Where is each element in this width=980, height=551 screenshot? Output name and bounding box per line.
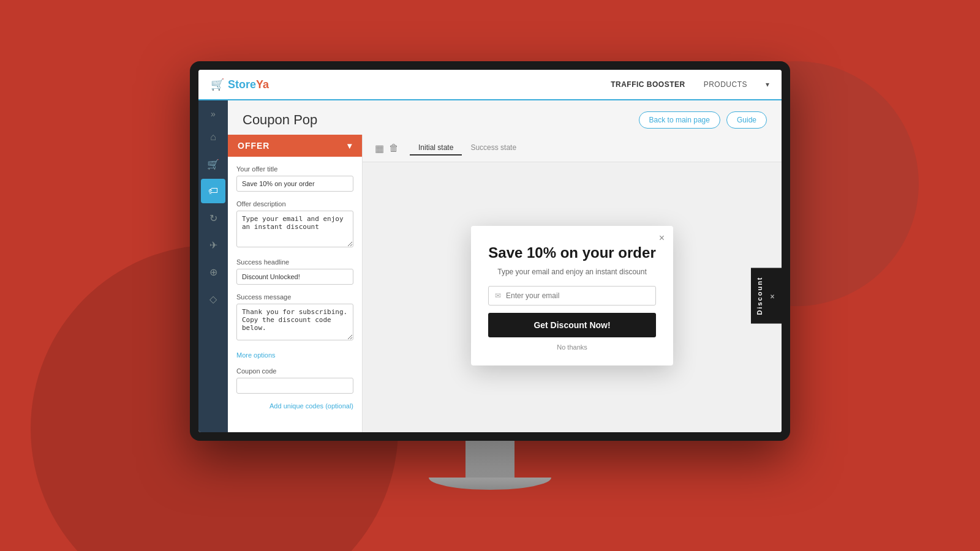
nav-links: TRAFFIC BOOSTER PRODUCTS ▾: [611, 80, 769, 89]
popup-title: Save 10% on your order: [488, 244, 656, 262]
offer-header[interactable]: OFFER ▾: [228, 135, 362, 157]
app-header: 🛒 StoreYa TRAFFIC BOOSTER PRODUCTS ▾: [198, 70, 782, 100]
logo-area: 🛒 StoreYa: [211, 78, 269, 91]
coupon-code-group: Coupon code: [236, 367, 353, 394]
left-panel: OFFER ▾ Your offer title Offer descripti…: [228, 135, 363, 432]
sidebar-item-cart[interactable]: 🛒: [201, 152, 225, 176]
monitor-wrapper: 🛒 StoreYa TRAFFIC BOOSTER PRODUCTS ▾ » ⌂: [190, 61, 790, 490]
offer-body: Your offer title Offer description Type …: [228, 157, 362, 418]
products-nav[interactable]: PRODUCTS: [704, 80, 747, 89]
success-message-label: Success message: [236, 293, 353, 301]
preview-tabs: Initial state Success state: [410, 141, 525, 156]
success-message-input[interactable]: Thank you for subscribing. Copy the disc…: [236, 304, 353, 340]
offer-desc-group: Offer description Type your email and en…: [236, 200, 353, 250]
sidebar-item-diamond[interactable]: ◇: [201, 287, 225, 311]
offer-title-group: Your offer title: [236, 165, 353, 192]
popup-email-wrapper: ✉: [488, 286, 656, 305]
preview-toolbar: ▦ 🗑 Initial state Success state: [363, 135, 782, 162]
sidebar-item-tag[interactable]: 🏷: [201, 179, 225, 203]
page-header: Coupon Pop Back to main page Guide: [228, 100, 782, 135]
success-message-group: Success message Thank you for subscribin…: [236, 293, 353, 343]
discount-tab[interactable]: × Discount: [751, 268, 782, 323]
discount-x-icon: ×: [768, 291, 777, 301]
sidebar-item-home[interactable]: ⌂: [201, 125, 225, 149]
sidebar-toggle[interactable]: »: [207, 105, 219, 122]
tab-success-state[interactable]: Success state: [462, 141, 525, 156]
page-title: Coupon Pop: [243, 112, 317, 128]
sidebar: » ⌂ 🛒 🏷 ↻ ✈ ⊕ ◇: [198, 100, 228, 432]
success-headline-input[interactable]: [236, 269, 353, 285]
monitor-stand-base: [429, 478, 551, 490]
popup-description: Type your email and enjoy an instant dis…: [488, 268, 656, 276]
nav-chevron-icon: ▾: [766, 80, 769, 89]
popup-close-button[interactable]: ×: [659, 233, 665, 243]
traffic-booster-nav[interactable]: TRAFFIC BOOSTER: [611, 80, 685, 89]
back-to-main-button[interactable]: Back to main page: [639, 111, 720, 129]
popup-no-thanks[interactable]: No thanks: [488, 343, 656, 351]
main-content: Coupon Pop Back to main page Guide OFFER: [228, 100, 782, 432]
logo-text: StoreYa: [228, 78, 269, 91]
right-panel: ▦ 🗑 Initial state Success state: [363, 135, 782, 432]
sidebar-item-analytics[interactable]: ↻: [201, 206, 225, 230]
success-headline-label: Success headline: [236, 258, 353, 266]
guide-button[interactable]: Guide: [726, 111, 767, 129]
offer-chevron-icon: ▾: [347, 141, 352, 151]
popup-modal: × Save 10% on your order Type your email…: [471, 226, 673, 366]
monitor-frame: 🛒 StoreYa TRAFFIC BOOSTER PRODUCTS ▾ » ⌂: [190, 61, 790, 441]
sidebar-item-rocket[interactable]: ✈: [201, 233, 225, 257]
offer-title-label: Your offer title: [236, 165, 353, 173]
content-split: OFFER ▾ Your offer title Offer descripti…: [228, 135, 782, 432]
popup-email-input[interactable]: [506, 291, 649, 300]
delete-icon[interactable]: 🗑: [389, 143, 399, 154]
coupon-code-label: Coupon code: [236, 367, 353, 375]
coupon-code-input[interactable]: [236, 378, 353, 394]
app-body: » ⌂ 🛒 🏷 ↻ ✈ ⊕ ◇ Coupon Pop Back to mai: [198, 100, 782, 432]
popup-cta-button[interactable]: Get Discount Now!: [488, 313, 656, 337]
success-headline-group: Success headline: [236, 258, 353, 285]
sidebar-item-shield[interactable]: ⊕: [201, 260, 225, 284]
preview-area: × Save 10% on your order Type your email…: [363, 162, 782, 429]
discount-tab-label: Discount: [756, 276, 763, 315]
offer-label: OFFER: [238, 141, 270, 151]
more-options-link[interactable]: More options: [236, 351, 353, 359]
tab-initial-state[interactable]: Initial state: [410, 141, 462, 156]
offer-title-input[interactable]: [236, 176, 353, 192]
offer-desc-label: Offer description: [236, 200, 353, 208]
email-icon: ✉: [495, 291, 501, 300]
header-buttons: Back to main page Guide: [639, 111, 767, 129]
add-unique-codes-link[interactable]: Add unique codes (optional): [236, 402, 353, 410]
desktop-preview-icon[interactable]: ▦: [375, 143, 384, 154]
monitor-screen: 🛒 StoreYa TRAFFIC BOOSTER PRODUCTS ▾ » ⌂: [198, 70, 782, 432]
monitor-stand-neck: [466, 441, 514, 478]
offer-desc-input[interactable]: Type your email and enjoy an instant dis…: [236, 211, 353, 247]
cart-icon: 🛒: [211, 78, 224, 91]
